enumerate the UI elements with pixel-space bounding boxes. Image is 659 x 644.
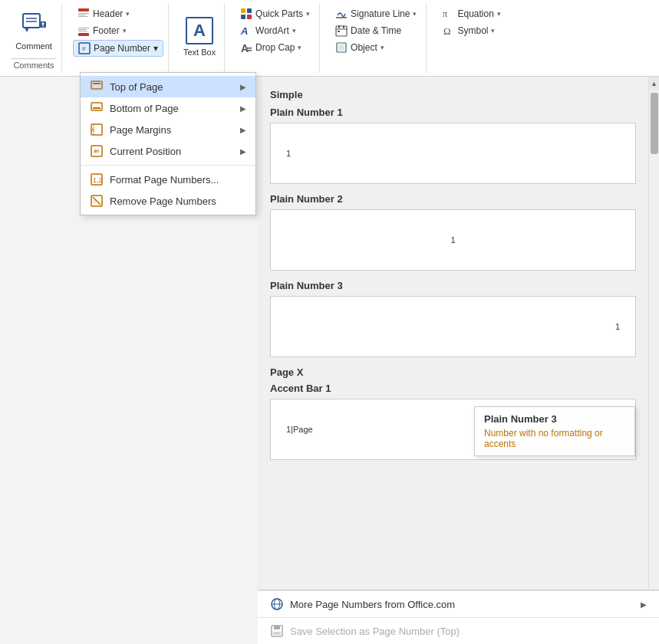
plain-number-1-preview[interactable]: 1: [270, 123, 636, 184]
more-arrow: ▶: [641, 600, 647, 609]
svg-rect-54: [274, 626, 280, 629]
textbox-icon: A: [186, 17, 213, 44]
svg-rect-12: [78, 28, 89, 28]
wordart-label: WordArt: [255, 25, 289, 36]
menu-item-remove-page-numbers[interactable]: # Remove Page Numbers: [81, 190, 255, 212]
menu-item-page-margins-label: Page Margins: [110, 124, 171, 136]
menu-item-bottom-of-page[interactable]: Bottom of Page ▶: [81, 97, 255, 119]
page-x-section-label: Page X: [270, 366, 636, 378]
menu-separator-1: [81, 165, 255, 166]
signature-col: Signature Line ▾ Date & Time Object: [331, 6, 421, 55]
quick-parts-label: Quick Parts: [255, 8, 303, 19]
right-panel: Simple Plain Number 1 1 Plain Number 2 1…: [258, 77, 659, 644]
menu-item-current-position[interactable]: # Current Position ▶: [81, 140, 255, 162]
signature-group: Signature Line ▾ Date & Time Object: [326, 3, 427, 73]
menu-item-bottom-of-page-label: Bottom of Page: [110, 103, 179, 114]
comment-icon: [20, 11, 48, 38]
header-footer-col: Header ▾ Footer ▾ # Page Number: [73, 6, 163, 57]
svg-text:#: #: [82, 45, 86, 52]
plain-number-1-value: 1: [286, 149, 291, 158]
signature-line-label: Signature Line: [351, 8, 410, 19]
signature-line-icon: [335, 8, 348, 20]
drop-cap-chevron: ▾: [298, 44, 301, 51]
svg-rect-38: [93, 107, 100, 109]
menu-item-remove-page-numbers-label: Remove Page Numbers: [110, 196, 216, 207]
svg-rect-18: [247, 8, 252, 13]
menu-item-format-page-numbers[interactable]: 1,2 Format Page Numbers...: [81, 169, 255, 190]
svg-rect-29: [343, 25, 344, 28]
comment-label: Comment: [15, 41, 52, 51]
svg-marker-1: [25, 28, 29, 32]
wordart-button[interactable]: A WordArt ▾: [236, 23, 315, 38]
textbox-label: Text Box: [183, 48, 216, 57]
symbol-label: Symbol: [457, 25, 488, 36]
panel-inner: Simple Plain Number 1 1 Plain Number 2 1…: [258, 77, 648, 644]
svg-text:#: #: [93, 198, 97, 205]
top-of-page-arrow: ▶: [240, 83, 246, 91]
page-number-button[interactable]: # Page Number ▾: [73, 40, 163, 57]
object-button[interactable]: Object ▾: [331, 40, 421, 55]
more-page-numbers-button[interactable]: More Page Numbers from Office.com ▶: [258, 591, 659, 617]
date-time-label: Date & Time: [351, 25, 401, 36]
svg-text:#: #: [91, 127, 94, 133]
equation-label: Equation: [457, 8, 493, 19]
wordart-chevron: ▾: [292, 27, 296, 34]
plain-number-2-label: Plain Number 2: [270, 193, 636, 205]
menu-item-top-of-page[interactable]: Top of Page ▶: [81, 76, 255, 97]
date-time-button[interactable]: Date & Time: [331, 23, 421, 38]
save-selection-button: Save Selection as Page Number (Top): [258, 618, 659, 644]
svg-rect-20: [247, 15, 252, 19]
equation-group: π Equation ▾ Ω Symbol ▾: [433, 3, 509, 73]
menu-item-top-of-page-label: Top of Page: [110, 81, 163, 93]
svg-rect-19: [241, 15, 245, 19]
page-margins-arrow: ▶: [240, 126, 246, 134]
scroll-thumb[interactable]: [651, 93, 658, 154]
drop-cap-label: Drop Cap: [255, 42, 295, 53]
object-chevron: ▾: [381, 44, 384, 51]
svg-rect-8: [78, 13, 89, 14]
plain-number-2-preview[interactable]: 1: [270, 209, 636, 271]
textbox-group: A Text Box: [175, 3, 225, 73]
plain-number-2-value: 1: [450, 235, 455, 245]
symbol-button[interactable]: Ω Symbol ▾: [437, 23, 505, 38]
header-label: Header: [93, 8, 123, 19]
date-time-icon: [335, 25, 348, 37]
page-number-icon: #: [78, 42, 91, 54]
accent-bar-1-value: 1|Page: [286, 425, 313, 434]
svg-rect-30: [338, 31, 340, 32]
quick-parts-chevron: ▾: [306, 10, 310, 18]
svg-rect-32: [338, 44, 344, 51]
footer-button[interactable]: Footer ▾: [73, 23, 163, 38]
menu-item-page-margins[interactable]: # Page Margins ▶: [81, 119, 255, 140]
header-button[interactable]: Header ▾: [73, 6, 163, 21]
svg-text:π: π: [443, 8, 447, 19]
quick-parts-icon: [240, 8, 252, 20]
symbol-icon: Ω: [442, 25, 454, 37]
current-position-icon: #: [90, 144, 104, 158]
ribbon: Comment Comments Header ▾: [0, 0, 659, 77]
svg-rect-14: [78, 31, 87, 31]
top-of-page-icon: [90, 80, 104, 94]
bottom-bar: More Page Numbers from Office.com ▶ Save…: [258, 590, 659, 644]
svg-rect-35: [91, 81, 102, 89]
quick-parts-button[interactable]: Quick Parts ▾: [236, 6, 315, 21]
comment-button[interactable]: Comment: [11, 6, 57, 55]
menu-item-current-position-label: Current Position: [110, 146, 181, 157]
svg-text:Ω: Ω: [443, 25, 451, 37]
textbox-button[interactable]: A Text Box: [180, 6, 219, 67]
drop-cap-button[interactable]: A Drop Cap ▾: [236, 40, 315, 55]
object-icon: [335, 41, 348, 54]
page-number-dropdown: Top of Page ▶ Bottom of Page ▶ # Page Ma…: [80, 72, 256, 215]
svg-rect-23: [247, 48, 252, 49]
scroll-up-arrow[interactable]: ▲: [649, 77, 660, 90]
panel-scrollbar: ▲ ▼: [648, 77, 659, 644]
equation-button[interactable]: π Equation ▾: [437, 6, 505, 21]
svg-rect-55: [273, 632, 281, 635]
svg-rect-0: [23, 14, 40, 28]
signature-line-button[interactable]: Signature Line ▾: [331, 6, 421, 21]
drop-cap-icon: A: [240, 41, 252, 54]
plain-number-3-preview[interactable]: 1: [270, 296, 636, 357]
plain-number-3-value: 1: [615, 322, 620, 331]
globe-icon: [270, 597, 284, 611]
svg-rect-24: [247, 50, 252, 51]
